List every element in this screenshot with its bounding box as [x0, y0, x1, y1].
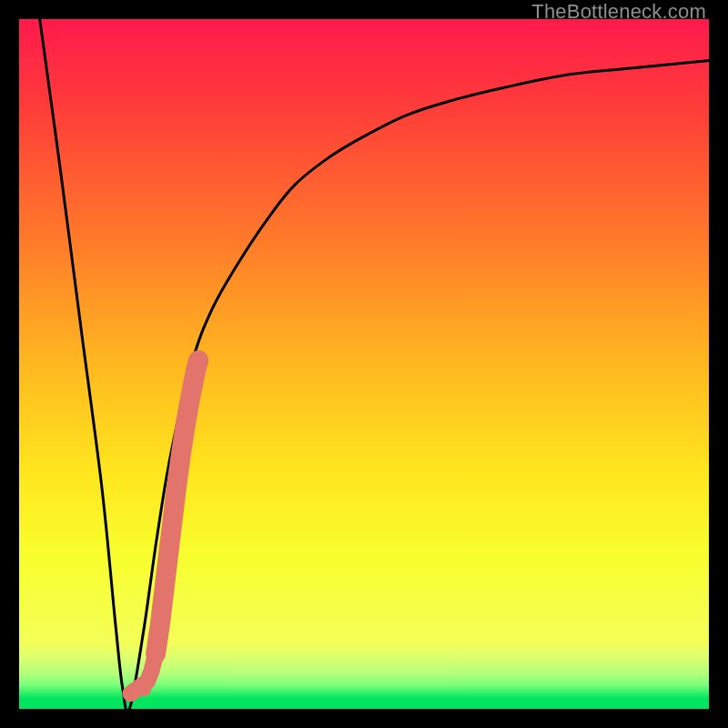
plot-area [19, 19, 709, 709]
gradient-background [19, 19, 709, 709]
outer-frame: TheBottleneck.com [0, 0, 728, 728]
marker-cap [188, 350, 208, 370]
bottleneck-chart [19, 19, 709, 709]
marker-cap [135, 680, 151, 696]
watermark-text: TheBottleneck.com [531, 0, 706, 24]
